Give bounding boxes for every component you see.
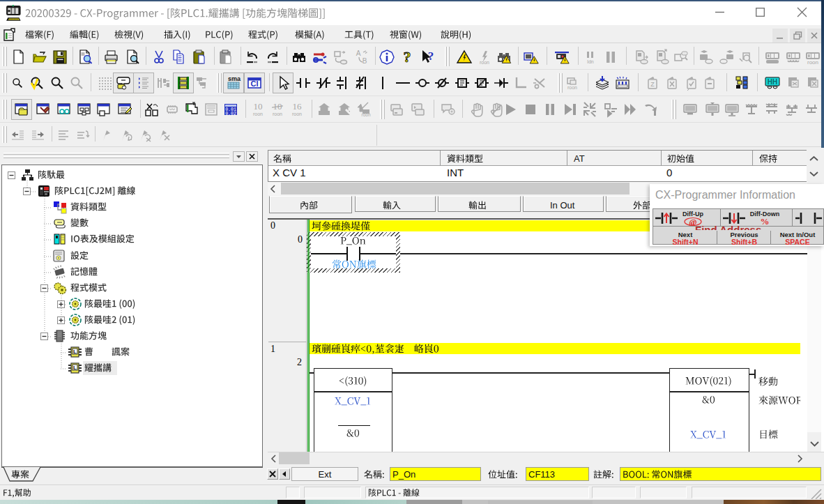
svg-text:L: L (73, 349, 77, 355)
svg-text:roon: roon (292, 112, 302, 116)
svg-text:roon: roon (567, 85, 577, 90)
svg-text:0.02: 0.02 (225, 112, 236, 116)
svg-text:CI: CI (251, 79, 259, 88)
svg-text:ldn: ldn (587, 59, 593, 64)
svg-text:roon: roon (361, 112, 370, 117)
svg-text:A: A (356, 49, 361, 57)
svg-text:?: ? (428, 49, 434, 63)
svg-text:B: B (363, 57, 367, 65)
svg-text:HH: HH (768, 78, 777, 86)
svg-text:sma: sma (228, 75, 241, 82)
svg-text:10: 10 (254, 101, 263, 112)
svg-text:roon: roon (273, 112, 282, 116)
svg-text:roon: roon (480, 60, 489, 65)
svg-text:roon: roon (253, 112, 263, 116)
svg-text:roon: roon (807, 59, 818, 66)
svg-text:Z: Z (650, 81, 655, 88)
svg-text:?: ? (404, 49, 411, 66)
svg-text:L: L (73, 365, 77, 371)
svg-text:16: 16 (293, 101, 303, 112)
